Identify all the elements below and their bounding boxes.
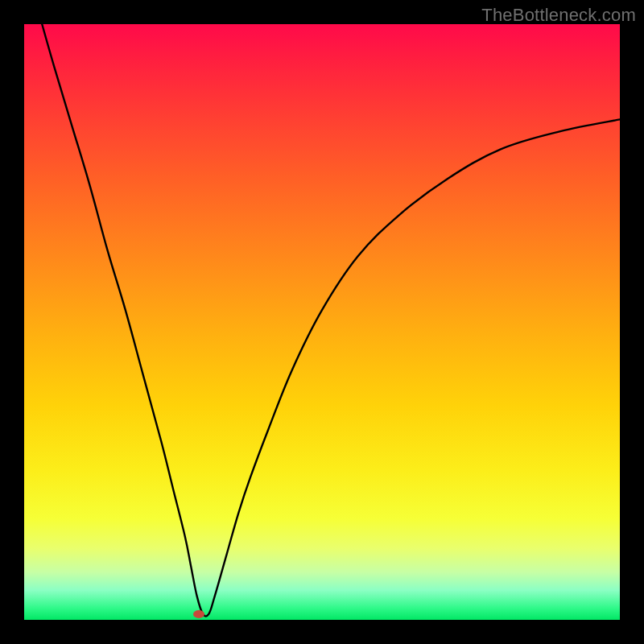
plot-area <box>24 24 620 620</box>
chart-root: TheBottleneck.com <box>0 0 644 644</box>
optimal-point-marker <box>193 610 204 618</box>
bottleneck-curve <box>24 24 620 620</box>
watermark-text: TheBottleneck.com <box>481 5 636 26</box>
